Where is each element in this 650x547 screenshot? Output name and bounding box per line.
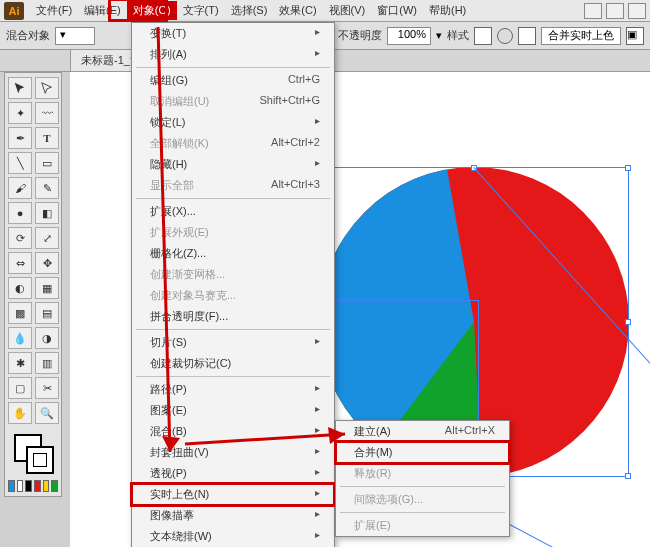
- menu-row-label: 文本绕排(W): [150, 529, 212, 544]
- type-tool[interactable]: T: [35, 127, 59, 149]
- submenu-row-shortcut: Alt+Ctrl+X: [445, 424, 495, 439]
- menu-item-3[interactable]: 文字(T): [177, 1, 225, 20]
- menubar-icon-2[interactable]: [606, 3, 624, 19]
- toolbox: ✦ 〰 ✒ T ╲ ▭ 🖌 ✎ ● ◧ ⟳ ⤢ ⇔ ✥ ◐ ▦ ▩ ▤ 💧 ◑ …: [4, 72, 62, 497]
- width-tool[interactable]: ⇔: [8, 252, 32, 274]
- mesh-tool[interactable]: ▩: [8, 302, 32, 324]
- svg-line-2: [185, 434, 345, 444]
- blend-tool[interactable]: ◑: [35, 327, 59, 349]
- blend-dropdown[interactable]: ▾: [55, 27, 95, 45]
- menubar-icon-3[interactable]: [628, 3, 646, 19]
- submenu-row: 扩展(E): [336, 515, 509, 536]
- symbol-sprayer-tool[interactable]: ✱: [8, 352, 32, 374]
- menu-row[interactable]: 文本绕排(W): [132, 526, 334, 547]
- opacity-input[interactable]: 100%: [387, 27, 431, 45]
- swatch[interactable]: [51, 480, 58, 492]
- eraser-tool[interactable]: ◧: [35, 202, 59, 224]
- perspective-grid-tool[interactable]: ▦: [35, 277, 59, 299]
- line-tool[interactable]: ╲: [8, 152, 32, 174]
- artboard-tool[interactable]: ▢: [8, 377, 32, 399]
- magic-wand-tool[interactable]: ✦: [8, 102, 32, 124]
- menu-row[interactable]: 图像描摹: [132, 505, 334, 526]
- options-circle-button[interactable]: [497, 28, 513, 44]
- svg-line-0: [158, 27, 170, 452]
- blob-brush-tool[interactable]: ●: [8, 202, 32, 224]
- pencil-tool[interactable]: ✎: [35, 177, 59, 199]
- graph-tool[interactable]: ▥: [35, 352, 59, 374]
- direct-selection-tool[interactable]: [35, 77, 59, 99]
- options-swatch-2[interactable]: [518, 27, 536, 45]
- app-logo: Ai: [4, 2, 24, 20]
- zoom-tool[interactable]: 🔍: [35, 402, 59, 424]
- stroke-swatch[interactable]: [26, 446, 54, 474]
- selection-tool[interactable]: [8, 77, 32, 99]
- menu-item-8[interactable]: 帮助(H): [423, 1, 472, 20]
- menu-bar: Ai 文件(F)编辑(E)对象(O)文字(T)选择(S)效果(C)视图(V)窗口…: [0, 0, 650, 22]
- opacity-label: 不透明度: [338, 28, 382, 43]
- annotation-arrow-1: [130, 22, 340, 472]
- blend-label: 混合对象: [6, 28, 50, 43]
- lasso-tool[interactable]: 〰: [35, 102, 59, 124]
- svg-marker-1: [162, 436, 180, 452]
- style-label: 样式: [447, 28, 469, 43]
- free-transform-tool[interactable]: ✥: [35, 252, 59, 274]
- options-end-icon[interactable]: ▣: [626, 27, 644, 45]
- swatch[interactable]: [34, 480, 41, 492]
- submenu-row: 释放(R): [336, 463, 509, 484]
- fill-stroke-control[interactable]: [8, 430, 58, 476]
- workspace: ✦ 〰 ✒ T ╲ ▭ 🖌 ✎ ● ◧ ⟳ ⤢ ⇔ ✥ ◐ ▦ ▩ ▤ 💧 ◑ …: [0, 72, 650, 547]
- submenu-row-label: 扩展(E): [354, 518, 391, 533]
- eyedropper-tool[interactable]: 💧: [8, 327, 32, 349]
- mini-swatches: [8, 480, 58, 492]
- swatch[interactable]: [17, 480, 24, 492]
- menu-item-0[interactable]: 文件(F): [30, 1, 78, 20]
- swatch[interactable]: [43, 480, 50, 492]
- menu-row-label: 图像描摹: [150, 508, 194, 523]
- annotation-arrow-2: [180, 422, 370, 462]
- merge-live-paint-button[interactable]: 合并实时上色: [541, 27, 621, 45]
- rectangle-tool[interactable]: ▭: [35, 152, 59, 174]
- menu-item-2[interactable]: 对象(O): [127, 1, 177, 20]
- swatch[interactable]: [25, 480, 32, 492]
- hand-tool[interactable]: ✋: [8, 402, 32, 424]
- slice-tool[interactable]: ✂: [35, 377, 59, 399]
- swatch[interactable]: [8, 480, 15, 492]
- rotate-tool[interactable]: ⟳: [8, 227, 32, 249]
- menu-row[interactable]: 实时上色(N): [132, 484, 334, 505]
- submenu-row-label: 间隙选项(G)...: [354, 492, 423, 507]
- opacity-dropdown-icon[interactable]: ▾: [436, 29, 442, 42]
- menu-item-1[interactable]: 编辑(E): [78, 1, 127, 20]
- menu-item-7[interactable]: 窗口(W): [371, 1, 423, 20]
- menu-item-6[interactable]: 视图(V): [323, 1, 372, 20]
- menubar-icon-1[interactable]: [584, 3, 602, 19]
- pen-tool[interactable]: ✒: [8, 127, 32, 149]
- paintbrush-tool[interactable]: 🖌: [8, 177, 32, 199]
- gradient-tool[interactable]: ▤: [35, 302, 59, 324]
- menu-item-5[interactable]: 效果(C): [273, 1, 322, 20]
- submenu-row-label: 释放(R): [354, 466, 391, 481]
- svg-marker-3: [328, 427, 345, 444]
- scale-tool[interactable]: ⤢: [35, 227, 59, 249]
- style-swatch[interactable]: [474, 27, 492, 45]
- submenu-row: 间隙选项(G)...: [336, 489, 509, 510]
- menu-row-label: 实时上色(N): [150, 487, 209, 502]
- shape-builder-tool[interactable]: ◐: [8, 277, 32, 299]
- menu-item-4[interactable]: 选择(S): [225, 1, 274, 20]
